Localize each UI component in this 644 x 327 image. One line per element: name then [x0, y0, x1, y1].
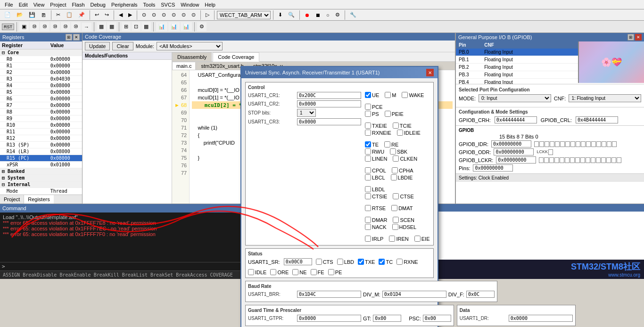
target-select[interactable]: WECT_TAB_ARM	[217, 11, 271, 19]
psc-value[interactable]	[423, 315, 451, 322]
update-btn[interactable]: Update	[85, 42, 110, 50]
tab-disassembly[interactable]: Disassembly	[172, 52, 212, 61]
table-row[interactable]: PB.4Floating Input	[456, 79, 578, 84]
tab-code-coverage[interactable]: Code Coverage	[213, 52, 259, 62]
settings-btn[interactable]: ⚙	[333, 10, 342, 19]
cb-ctse-input[interactable]	[393, 193, 399, 199]
table-row[interactable]: PB.1Floating Input	[456, 56, 578, 64]
copy-btn[interactable]: 📋	[64, 10, 75, 19]
run-btn[interactable]: ▷	[203, 10, 212, 19]
bp2[interactable]: ⊙	[149, 10, 158, 19]
table-row[interactable]: R110x00000	[0, 129, 82, 135]
gpio-close-btn[interactable]: ✕	[635, 34, 642, 41]
gpio-undock-btn[interactable]: ⊞	[627, 34, 634, 41]
source-tab-main[interactable]: main.c	[172, 62, 196, 70]
cr2-value[interactable]	[297, 100, 361, 107]
cb-lbcl-input[interactable]	[365, 174, 371, 180]
cb-txeie-input[interactable]	[365, 123, 371, 129]
save-btn[interactable]: 💾	[26, 10, 38, 19]
usart-close-btn[interactable]: ✕	[426, 69, 434, 76]
crl-value[interactable]	[576, 116, 618, 123]
menu-file[interactable]: File	[2, 1, 16, 8]
gt-value[interactable]	[373, 315, 401, 322]
tab-registers[interactable]: Registers	[24, 195, 53, 204]
debug-toolbar-7[interactable]: →	[82, 23, 91, 31]
run2-btn[interactable]: ○	[324, 11, 332, 19]
debug-toolbar-8[interactable]: ▦	[97, 22, 106, 31]
cb-lbdie-input[interactable]	[391, 174, 397, 180]
cb-ctsie-input[interactable]	[365, 193, 371, 199]
cb-cpha-input[interactable]	[392, 167, 398, 173]
tools2-btn[interactable]: 🔧	[347, 10, 359, 19]
cb-pe-input[interactable]	[328, 269, 334, 275]
debug-toolbar-9[interactable]: ▦	[107, 22, 116, 31]
menu-help[interactable]: Help	[202, 1, 218, 8]
pins-value[interactable]	[473, 164, 513, 172]
menu-project[interactable]: Project	[47, 1, 69, 8]
cb-rwu-input[interactable]	[365, 148, 371, 155]
menu-debug[interactable]: Debug	[88, 1, 108, 8]
clear-btn[interactable]: Clear	[112, 42, 133, 50]
lckr-value[interactable]	[496, 156, 536, 164]
table-row[interactable]: R00x00000	[0, 56, 82, 63]
table-row[interactable]: R14 (LR)0x08000	[0, 148, 82, 155]
table-row[interactable]: R13 (SP)0x00000	[0, 142, 82, 148]
menu-peripherals[interactable]: Peripherals	[108, 1, 140, 8]
table-row[interactable]: R70x00000	[0, 102, 82, 109]
table-row[interactable]: R90x00000	[0, 115, 82, 122]
divm-value[interactable]	[382, 291, 446, 298]
nav-back[interactable]: ◀	[116, 10, 125, 19]
odr-value[interactable]	[494, 148, 534, 155]
table-row[interactable]: R80x00000	[0, 109, 82, 115]
cb-linen-input[interactable]	[365, 155, 371, 162]
dr-value[interactable]	[509, 315, 573, 322]
bp6[interactable]: ⊙	[189, 10, 198, 19]
table-row[interactable]: PB.3Floating Input	[456, 71, 578, 79]
debug-toolbar-15[interactable]: 📊	[181, 22, 192, 31]
debug-toolbar-14[interactable]: 📊	[168, 22, 180, 31]
stop-bits-select[interactable]: 1	[297, 109, 316, 117]
menu-edit[interactable]: Edit	[16, 1, 31, 8]
crh-value[interactable]	[495, 116, 537, 123]
cb-nack-input[interactable]	[365, 224, 371, 230]
cb-peie-input[interactable]	[385, 111, 391, 117]
cb-cpol-input[interactable]	[365, 167, 371, 173]
save2-btn[interactable]: 🖹	[39, 11, 49, 19]
nav-fwd[interactable]: ▶	[126, 10, 134, 19]
cut-btn[interactable]: ✂	[54, 10, 63, 19]
menu-window[interactable]: Window	[178, 1, 202, 8]
cr3-value[interactable]	[297, 118, 361, 125]
cb-dmar-input[interactable]	[365, 217, 371, 223]
menu-tools[interactable]: Tools	[140, 1, 158, 8]
bp5[interactable]: ⊙	[179, 10, 188, 19]
cb-iren-input[interactable]	[389, 236, 395, 242]
registers-undock-btn[interactable]: ⊞	[66, 34, 72, 41]
cnf-select[interactable]: 1: Floating Input	[569, 94, 641, 102]
debug-toolbar-1[interactable]: ▣	[19, 22, 29, 31]
table-row[interactable]: ModeThread	[0, 188, 82, 195]
gtpr-value[interactable]	[297, 315, 361, 322]
debug-toolbar-3[interactable]: ⑩	[40, 22, 50, 31]
new-btn[interactable]: 📄	[2, 10, 13, 19]
table-row[interactable]: R10x00000	[0, 63, 82, 69]
cb-txe-input[interactable]	[358, 259, 364, 265]
stop-btn[interactable]: ⏹	[313, 11, 323, 19]
table-row[interactable]: PB.0Floating Input	[456, 49, 578, 56]
cb-tcie-input[interactable]	[393, 123, 399, 129]
menu-svcs[interactable]: SVCS	[158, 1, 178, 8]
table-row[interactable]: R120x00000	[0, 135, 82, 142]
mode-select[interactable]: 0: Input	[479, 94, 551, 102]
bp3[interactable]: ⊙	[159, 10, 168, 19]
cb-ne-input[interactable]	[292, 269, 298, 275]
table-row[interactable]: R20x00000	[0, 69, 82, 76]
cb-pce-input[interactable]	[365, 104, 371, 110]
cb-rxne-input[interactable]	[396, 259, 403, 265]
cb-lbd-input[interactable]	[337, 259, 343, 265]
find-btn[interactable]: 🔍	[286, 10, 297, 19]
table-row[interactable]: R60x00000	[0, 96, 82, 102]
tab-project[interactable]: Project	[0, 195, 24, 204]
table-row[interactable]: R15 (PC)0x08000	[0, 155, 82, 162]
rst-btn[interactable]: RST	[2, 24, 14, 30]
cb-te-input[interactable]	[365, 141, 371, 147]
cb-scen-input[interactable]	[393, 217, 399, 223]
